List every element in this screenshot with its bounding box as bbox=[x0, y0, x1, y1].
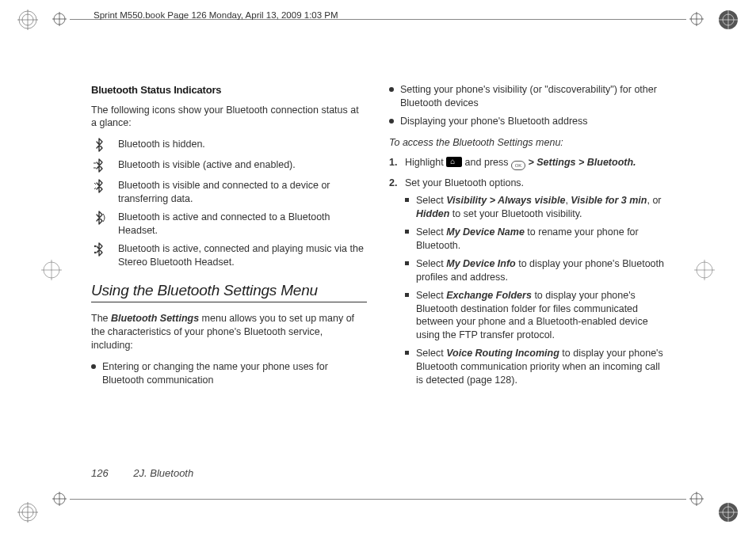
crop-mark-right-icon bbox=[694, 260, 715, 280]
menu-path: > Settings > Bluetooth. bbox=[525, 157, 636, 168]
bold-term: Bluetooth Settings bbox=[111, 313, 199, 324]
status-text: Bluetooth is visible and connected to a … bbox=[118, 179, 367, 206]
bullet-list: Setting your phone's visibility (or "dis… bbox=[389, 83, 665, 128]
home-key-icon bbox=[446, 157, 462, 167]
status-text: Bluetooth is hidden. bbox=[118, 138, 367, 151]
sub-list-item: Select My Device Info to display your ph… bbox=[405, 257, 665, 284]
bullet-list: Entering or changing the name your phone… bbox=[91, 360, 367, 387]
sub-list-item: Select My Device Name to rename your pho… bbox=[405, 226, 665, 253]
text: Select bbox=[416, 348, 446, 359]
status-icon-row: Bluetooth is active and connected to a B… bbox=[91, 211, 367, 238]
status-icon-list: Bluetooth is hidden.Bluetooth is visible… bbox=[91, 138, 367, 268]
bluetooth-icon bbox=[91, 179, 109, 195]
bold-term: Voice Routing Incoming bbox=[446, 348, 559, 359]
svg-point-37 bbox=[94, 252, 96, 253]
instruction-intro: To access the Bluetooth Settings menu: bbox=[389, 136, 665, 150]
sub-bullet-list: Select Visibility > Always visible, Visi… bbox=[405, 194, 665, 386]
page-footer: 126 2J. Bluetooth bbox=[91, 467, 193, 479]
bullet-text: Displaying your phone's Bluetooth addres… bbox=[400, 116, 588, 127]
list-item: Setting your phone's visibility (or "dis… bbox=[389, 83, 665, 110]
bullet-text: Setting your phone's visibility (or "dis… bbox=[400, 84, 657, 108]
status-icon-row: Bluetooth is visible (active and enabled… bbox=[91, 158, 367, 174]
text: and press bbox=[462, 157, 511, 168]
status-icon-row: Bluetooth is active, connected and playi… bbox=[91, 242, 367, 269]
crosshair-icon bbox=[52, 12, 67, 29]
bluetooth-icon bbox=[91, 211, 109, 226]
crosshair-icon bbox=[689, 12, 704, 29]
status-icon-row: Bluetooth is visible and connected to a … bbox=[91, 179, 367, 206]
sub-list-item: Select Visibility > Always visible, Visi… bbox=[405, 194, 665, 221]
crop-mark-bottom-right-icon bbox=[718, 502, 739, 523]
step-number: 1. bbox=[389, 156, 397, 169]
page: Sprint M550.book Page 126 Monday, April … bbox=[0, 0, 756, 540]
desc-paragraph: The Bluetooth Settings menu allows you t… bbox=[91, 312, 367, 352]
bold-term: Hidden bbox=[416, 208, 449, 219]
status-text: Bluetooth is visible (active and enabled… bbox=[118, 158, 367, 172]
section-label: 2J. Bluetooth bbox=[133, 467, 193, 479]
left-column: Bluetooth Status Indicators The followin… bbox=[91, 83, 367, 394]
text: Set your Bluetooth options. bbox=[405, 177, 524, 188]
status-icon-row: Bluetooth is hidden. bbox=[91, 138, 367, 154]
right-column: Setting your phone's visibility (or "dis… bbox=[389, 83, 665, 394]
text: The bbox=[91, 313, 111, 324]
frame-header: Sprint M550.book Page 126 Monday, April … bbox=[94, 10, 338, 20]
section-heading: Bluetooth Status Indicators bbox=[91, 83, 367, 97]
sub-list-item: Select Voice Routing Incoming to display… bbox=[405, 347, 665, 387]
status-text: Bluetooth is active, connected and playi… bbox=[118, 242, 367, 269]
section-title: Using the Bluetooth Settings Menu bbox=[91, 280, 367, 303]
crop-mark-top-left-icon bbox=[17, 10, 38, 30]
bluetooth-icon bbox=[91, 138, 109, 154]
list-item: Displaying your phone's Bluetooth addres… bbox=[389, 115, 665, 128]
text: to set your Bluetooth visibility. bbox=[449, 208, 582, 219]
sub-list-item: Select Exchange Folders to display your … bbox=[405, 289, 665, 343]
step-2: 2. Set your Bluetooth options. Select Vi… bbox=[389, 177, 665, 387]
content-columns: Bluetooth Status Indicators The followin… bbox=[91, 83, 666, 394]
text: , or bbox=[647, 195, 661, 206]
crop-mark-top-right-icon bbox=[718, 10, 739, 30]
intro-text: The following icons show your Bluetooth … bbox=[91, 104, 367, 131]
crosshair-icon bbox=[689, 492, 704, 509]
bold-term: My Device Name bbox=[446, 226, 525, 238]
status-text: Bluetooth is active and connected to a B… bbox=[118, 211, 367, 238]
page-number: 126 bbox=[91, 467, 109, 479]
text: Select bbox=[416, 290, 446, 301]
bluetooth-icon bbox=[91, 158, 109, 174]
text: Select bbox=[416, 258, 446, 269]
crop-mark-left-icon bbox=[41, 260, 62, 280]
steps-list: 1. Highlight and press OK > Settings > B… bbox=[389, 156, 665, 387]
text: Select bbox=[416, 226, 446, 238]
bluetooth-icon bbox=[91, 242, 109, 258]
bold-term: Exchange Folders bbox=[446, 290, 532, 301]
bold-term: Visibility > Always visible bbox=[446, 195, 565, 206]
text: Select bbox=[416, 195, 446, 206]
svg-point-36 bbox=[94, 245, 96, 247]
bold-term: My Device Info bbox=[446, 258, 516, 269]
menu-ok-key-icon: OK bbox=[511, 161, 525, 170]
crop-mark-bottom-left-icon bbox=[17, 502, 38, 523]
list-item: Entering or changing the name your phone… bbox=[91, 360, 367, 387]
bold-term: Visible for 3 min bbox=[571, 195, 647, 206]
text: Highlight bbox=[405, 157, 446, 168]
crosshair-icon bbox=[52, 492, 67, 509]
step-1: 1. Highlight and press OK > Settings > B… bbox=[389, 156, 665, 170]
step-number: 2. bbox=[389, 177, 397, 190]
bullet-text: Entering or changing the name your phone… bbox=[102, 361, 328, 386]
